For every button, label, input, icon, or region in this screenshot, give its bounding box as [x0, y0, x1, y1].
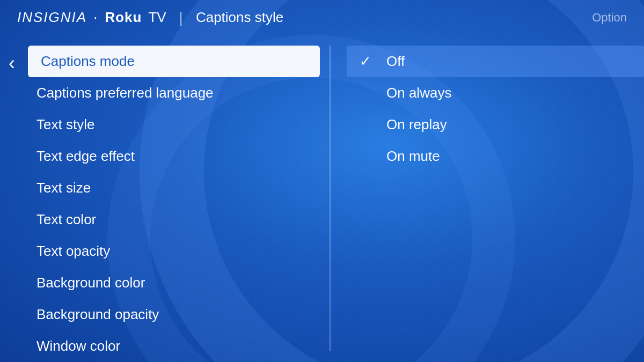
option-label-2: On replay: [386, 116, 447, 133]
brand-roku: Roku: [105, 9, 142, 26]
menu-item-8[interactable]: Background opacity: [24, 299, 324, 330]
option-item-3[interactable]: On mute: [347, 141, 644, 172]
brand-dot: ·: [93, 9, 98, 26]
right-panel: ✓OffOn alwaysOn replayOn mute: [336, 46, 644, 351]
header: INSIGNIA · Roku TV | Captions style Opti…: [0, 0, 644, 35]
menu-item-6[interactable]: Text opacity: [24, 235, 324, 267]
menu-item-7[interactable]: Background color: [24, 267, 324, 299]
header-left: INSIGNIA · Roku TV | Captions style: [17, 9, 283, 26]
checkmark-0: ✓: [360, 53, 376, 70]
panel-divider: [330, 46, 331, 351]
menu-item-5[interactable]: Text color: [24, 204, 324, 235]
content: ‹ Captions modeCaptions preferred langua…: [0, 35, 644, 362]
menu-item-0[interactable]: Captions mode: [28, 46, 320, 77]
menu-item-3[interactable]: Text edge effect: [24, 141, 324, 172]
brand-tv: TV: [148, 9, 166, 26]
back-button[interactable]: ‹: [0, 46, 24, 351]
header-option: Option: [592, 11, 627, 25]
menu-item-2[interactable]: Text style: [24, 109, 324, 141]
option-label-0: Off: [386, 53, 405, 70]
header-divider: |: [179, 9, 183, 26]
left-panel: Captions modeCaptions preferred language…: [24, 46, 324, 351]
brand-insignia: INSIGNIA: [17, 9, 87, 26]
option-item-2[interactable]: On replay: [347, 109, 644, 141]
option-label-3: On mute: [386, 148, 440, 165]
option-item-0[interactable]: ✓Off: [347, 46, 644, 77]
menu-item-9[interactable]: Window color: [24, 330, 324, 362]
page-title: Captions style: [196, 9, 283, 26]
option-item-1[interactable]: On always: [347, 77, 644, 109]
option-label-1: On always: [386, 85, 451, 101]
menu-item-1[interactable]: Captions preferred language: [24, 77, 324, 109]
menu-item-4[interactable]: Text size: [24, 172, 324, 204]
